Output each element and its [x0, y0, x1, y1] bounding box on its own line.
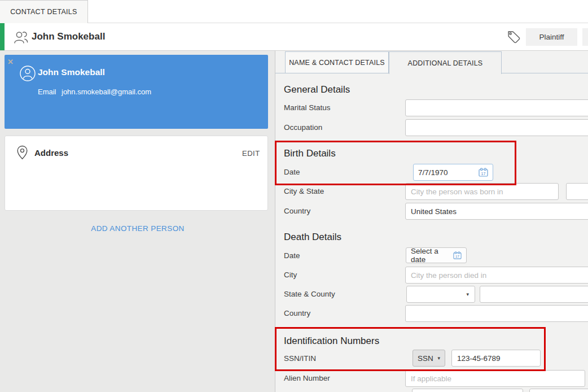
person-card-email-value: john.smokeball@gmail.com [62, 88, 151, 96]
document-tab-label: CONTACT DETAILS [10, 8, 77, 16]
death-country-label: Country [284, 309, 310, 317]
birth-state-input[interactable] [566, 183, 588, 200]
general-details-title: General Details [284, 84, 350, 95]
occupation-label: Occupation [284, 123, 322, 132]
address-card: Address EDIT [5, 136, 268, 211]
chevron-down-icon: ▾ [437, 356, 440, 361]
death-state-dropdown[interactable]: ▾ [406, 286, 475, 303]
death-country-input[interactable] [405, 305, 588, 322]
contact-details-window: CONTACT DETAILS John Smokeball Plaintiff [0, 0, 588, 392]
contact-accent-bar [0, 23, 5, 50]
marital-status-label: Marital Status [284, 103, 331, 112]
people-sidebar: ✕ John Smokeball Email john.smokeball@gm… [0, 51, 275, 392]
ssn-itin-label: SSN/ITIN [284, 354, 316, 363]
death-city-label: City [284, 271, 297, 279]
add-another-person-link[interactable]: ADD ANOTHER PERSON [0, 224, 275, 233]
marital-status-input[interactable] [405, 99, 588, 116]
person-avatar-icon [19, 65, 36, 82]
chevron-down-icon: ▾ [466, 292, 469, 297]
death-date-label: Date [284, 251, 300, 260]
partial-input[interactable] [412, 389, 523, 392]
ssn-type-value: SSN [418, 354, 433, 363]
people-icon [12, 30, 29, 45]
calendar-icon[interactable]: 17 [479, 168, 488, 177]
death-state-county-label: State & County [284, 290, 335, 298]
secondary-role-button[interactable] [582, 28, 588, 46]
person-card[interactable]: ✕ John Smokeball Email john.smokeball@gm… [5, 55, 268, 129]
death-county-input[interactable] [480, 286, 588, 303]
contact-header: John Smokeball Plaintiff [0, 23, 588, 51]
address-edit-button[interactable]: EDIT [242, 149, 260, 158]
partial-input[interactable] [529, 389, 588, 392]
birth-city-input[interactable] [405, 183, 559, 200]
tab-additional-details-label: ADDITIONAL DETAILS [408, 59, 483, 67]
location-pin-icon [16, 145, 28, 160]
calendar-day-number: 17 [455, 254, 459, 258]
birth-date-value: 7/7/1970 [418, 168, 448, 177]
tab-additional-details[interactable]: ADDITIONAL DETAILS [389, 51, 502, 74]
tab-name-contact-details[interactable]: NAME & CONTACT DETAILS [285, 51, 389, 73]
occupation-input[interactable] [405, 119, 588, 136]
death-city-input[interactable] [405, 267, 588, 284]
close-icon[interactable]: ✕ [7, 58, 14, 66]
calendar-day-number: 17 [481, 172, 486, 176]
birth-country-label: Country [284, 207, 310, 215]
identification-numbers-title: Identification Numbers [284, 336, 379, 347]
death-date-picker[interactable]: Select a date 17 [406, 247, 467, 263]
tab-name-contact-details-label: NAME & CONTACT DETAILS [289, 59, 385, 67]
alien-number-input[interactable] [405, 370, 585, 387]
contact-name-title: John Smokeball [32, 31, 105, 42]
alien-number-label: Alien Number [284, 374, 330, 382]
tag-icon[interactable] [506, 29, 521, 45]
birth-details-title: Birth Details [284, 148, 336, 159]
calendar-icon[interactable]: 17 [453, 251, 462, 259]
person-card-name: John Smokeball [38, 67, 105, 77]
death-date-placeholder: Select a date [411, 247, 453, 264]
role-button-label: Plaintiff [539, 33, 564, 41]
address-card-title: Address [34, 148, 68, 158]
document-tab-contact-details[interactable]: CONTACT DETAILS [0, 0, 88, 23]
birth-date-input[interactable]: 7/7/1970 17 [413, 164, 493, 181]
person-card-email-label: Email [38, 88, 56, 96]
birth-date-label: Date [284, 168, 300, 176]
role-button[interactable]: Plaintiff [526, 28, 577, 46]
birth-city-state-label: City & State [284, 187, 324, 195]
ssn-type-dropdown[interactable]: SSN ▾ [413, 350, 445, 367]
death-details-title: Death Details [284, 232, 341, 243]
ssn-input[interactable] [451, 350, 541, 367]
birth-country-input[interactable] [405, 203, 588, 220]
